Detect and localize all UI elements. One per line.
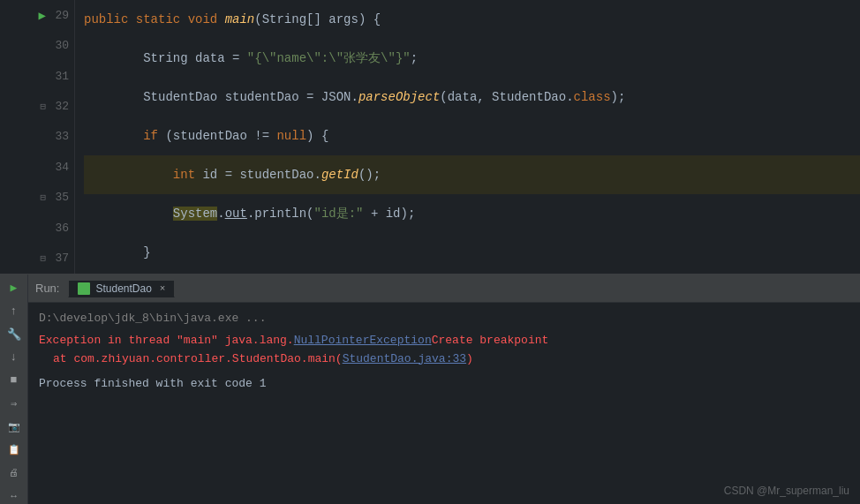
stacktrace-link[interactable]: StudentDao.java:33	[343, 350, 466, 369]
code-line-29: public static void main(String[] args) {	[84, 0, 860, 39]
output-line-3: at com.zhiyuan.controller.StudentDao.mai…	[39, 350, 849, 369]
code-text-35: }	[84, 245, 151, 260]
stop-btn[interactable]: ■	[4, 372, 24, 388]
scroll-down-btn[interactable]: ↓	[4, 350, 24, 365]
fold-icon-32[interactable]: ⊟	[40, 101, 46, 112]
line-gutter: ▶ 29 30 31 ⊟ 32 33 34 ⊟ 35 36	[0, 0, 75, 274]
null-pointer-link[interactable]: NullPointerException	[294, 332, 432, 350]
code-line-35: }	[84, 233, 860, 272]
settings-btn[interactable]: 🔧	[4, 326, 24, 342]
output-error-pre: Exception in thread "main" java.lang.	[39, 332, 294, 350]
run-output: D:\develop\jdk_8\bin\java.exe ... Except…	[28, 303, 860, 504]
watermark: CSDN @Mr_superman_liu	[724, 485, 849, 497]
line-num-33: 33	[49, 130, 69, 143]
copy-btn[interactable]: 📋	[4, 441, 24, 457]
output-at-post: )	[466, 350, 473, 369]
run-btn[interactable]: ▶	[4, 280, 24, 296]
close-icon[interactable]: ×	[160, 283, 166, 294]
line-num-31: 31	[49, 70, 69, 83]
line-num-30: 30	[49, 39, 69, 52]
run-tab-label: StudentDao	[95, 282, 151, 295]
code-text-31: StudentDao studentDao = JSON.parseObject…	[84, 90, 625, 104]
code-text-30: String data = "{\"name\":\"张学友\"}";	[84, 50, 418, 66]
output-error-post: Create breakpoint	[432, 332, 549, 350]
expand-btn[interactable]: ↔	[4, 488, 24, 504]
run-content: Run: StudentDao × D:\develop\jdk_8\bin\j…	[28, 275, 860, 504]
print-btn[interactable]: 🖨	[4, 465, 24, 481]
code-text-29: public static void main(String[] args) {	[84, 12, 381, 26]
output-line-4: Process finished with exit code 1	[39, 375, 849, 394]
run-tab[interactable]: StudentDao ×	[68, 280, 175, 297]
output-text-1: D:\develop\jdk_8\bin\java.exe ...	[39, 310, 266, 328]
code-text-34: System.out.println("id是:" + id);	[84, 206, 415, 222]
gutter-row-37: ⊟ 37	[0, 244, 74, 274]
gutter-row-36: 36	[0, 213, 74, 243]
gutter-row-31: 31	[0, 61, 74, 91]
gutter-row-32: ⊟ 32	[0, 91, 74, 121]
code-text-32: if (studentDao != null) {	[84, 129, 328, 143]
code-line-32: if (studentDao != null) {	[84, 117, 860, 155]
gutter-row-29: ▶ 29	[0, 0, 74, 30]
gutter-row-30: 30	[0, 30, 74, 60]
line-num-29: 29	[49, 9, 69, 22]
code-line-34: System.out.println("id是:" + id);	[84, 194, 860, 233]
output-line-2: Exception in thread "main" java.lang.Nul…	[39, 332, 849, 350]
gutter-row-35: ⊟ 35	[0, 183, 74, 213]
run-tab-icon	[78, 282, 90, 295]
code-line-33: int id = studentDao.getId();	[84, 155, 860, 194]
line-num-37: 37	[49, 252, 69, 265]
fold-icon-35[interactable]: ⊟	[40, 192, 46, 203]
run-arrow-29[interactable]: ▶	[39, 8, 46, 23]
code-lines: public static void main(String[] args) {…	[75, 0, 860, 274]
code-line-30: String data = "{\"name\":\"张学友\"}";	[84, 39, 860, 78]
output-line-1: D:\develop\jdk_8\bin\java.exe ...	[39, 310, 849, 328]
code-line-36: System.out.println(studentDao);	[84, 272, 860, 274]
output-at-pre: at com.zhiyuan.controller.StudentDao.mai…	[53, 350, 343, 369]
code-line-31: StudentDao studentDao = JSON.parseObject…	[84, 78, 860, 117]
line-num-36: 36	[49, 222, 69, 235]
rerun-btn[interactable]: ⇒	[4, 395, 24, 411]
run-label: Run:	[35, 282, 59, 295]
output-exit: Process finished with exit code 1	[39, 375, 266, 394]
camera-btn[interactable]: 📷	[4, 418, 24, 434]
line-num-32: 32	[49, 100, 69, 113]
gutter-row-33: 33	[0, 122, 74, 152]
run-header: Run: StudentDao ×	[28, 275, 860, 303]
run-sidebar: ▶ ↑ 🔧 ↓ ■ ⇒ 📷 📋 🖨 ↔	[0, 275, 28, 504]
line-num-34: 34	[49, 161, 69, 174]
gutter-row-34: 34	[0, 152, 74, 182]
code-area: ▶ 29 30 31 ⊟ 32 33 34 ⊟ 35 36	[0, 0, 860, 274]
run-panel-wrapper: ▶ ↑ 🔧 ↓ ■ ⇒ 📷 📋 🖨 ↔ Run: StudentDao × D:…	[0, 275, 860, 504]
scroll-up-btn[interactable]: ↑	[4, 303, 24, 319]
code-text-33: int id = studentDao.getId();	[84, 168, 381, 182]
line-num-35: 35	[49, 191, 69, 204]
fold-icon-37[interactable]: ⊟	[40, 252, 46, 264]
